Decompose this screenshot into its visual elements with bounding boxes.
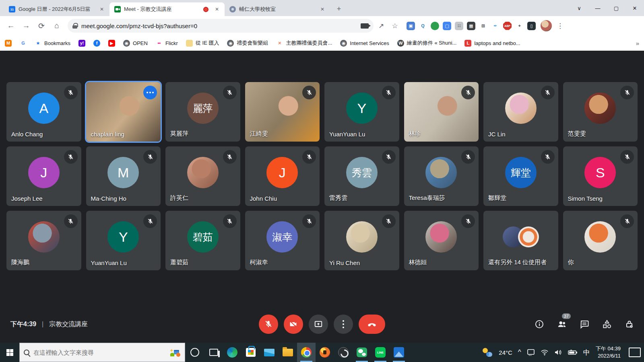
battery-icon[interactable] xyxy=(568,350,578,355)
reader-mode-extension-icon[interactable]: ▯ xyxy=(527,22,536,30)
camera-toggle-button[interactable] xyxy=(284,315,303,334)
maximize-button[interactable]: ▢ xyxy=(607,0,625,16)
bookmark-star-button[interactable]: ☆ xyxy=(389,20,401,32)
volume-icon[interactable] xyxy=(554,349,562,356)
participant-tile[interactable]: YYuanYuan Lu xyxy=(86,211,161,270)
participant-tile[interactable]: 許英仁 xyxy=(165,146,240,206)
start-button[interactable] xyxy=(0,343,19,362)
back-button[interactable]: ← xyxy=(4,19,18,33)
bookmarks-overflow-chevron[interactable]: » xyxy=(636,40,639,47)
bookmark-item[interactable]: f xyxy=(93,40,100,47)
tab-meet[interactable]: Meet - 宗教交流講座 ✕ xyxy=(109,2,225,16)
balloon-extension-icon[interactable] xyxy=(431,22,439,30)
participant-tile[interactable]: 碧茹蕭碧茹 xyxy=(165,211,240,270)
bookmark-item[interactable]: W繪畫的條件 « Shuni... xyxy=(397,39,457,47)
bookmark-item[interactable]: G xyxy=(20,40,27,47)
four-squares-extension-icon[interactable]: ⊞ xyxy=(479,22,487,30)
tab-fju[interactable]: 輔仁大學校牧室 ✕ xyxy=(225,2,330,16)
participant-tile[interactable]: AAnlo Chang xyxy=(6,82,81,142)
tab-close-icon[interactable]: ✕ xyxy=(319,6,326,13)
bookmark-item[interactable]: 從 IE 匯入 xyxy=(186,39,219,47)
bookmark-item[interactable]: ★Bookmarks xyxy=(35,40,70,47)
home-button[interactable]: ⌂ xyxy=(50,19,64,33)
participants-button[interactable]: 37 xyxy=(556,319,568,330)
leave-call-button[interactable] xyxy=(359,315,385,334)
participant-tile[interactable]: Yi Ru Chen xyxy=(324,211,399,270)
zoom-search-extension-icon[interactable]: Q xyxy=(419,22,427,30)
bookmark-item[interactable]: y! xyxy=(78,40,85,47)
taskbar-app-store[interactable] xyxy=(242,343,260,362)
participant-tile[interactable]: 江綺雯 xyxy=(245,82,320,142)
participant-tile[interactable]: 麗萍莫麗萍 xyxy=(165,82,240,142)
bookmark-item[interactable]: ▶ xyxy=(108,40,115,47)
table-grid-extension-icon[interactable]: ▦ xyxy=(467,22,475,30)
taskbar-search[interactable] xyxy=(19,343,185,362)
bookmark-item[interactable]: ◉禮委會聖樂組 xyxy=(227,39,268,47)
puzzle-extensions-menu-icon[interactable]: ✦ xyxy=(515,22,524,30)
share-button[interactable]: ↗ xyxy=(375,20,387,32)
bookmark-item[interactable]: M xyxy=(5,40,12,47)
participant-tile[interactable]: SSimon Tseng xyxy=(563,146,638,206)
participant-tile[interactable]: 林珍 xyxy=(404,82,479,142)
minimize-button[interactable]: — xyxy=(588,0,607,16)
participant-tile[interactable]: JJohn Chiu xyxy=(245,146,320,206)
participant-tile[interactable]: 秀雲雷秀雲 xyxy=(324,146,399,206)
meeting-details-button[interactable] xyxy=(534,319,545,330)
participant-tile[interactable]: JJoseph Lee xyxy=(6,146,81,206)
adblock-plus-extension-icon[interactable]: ABP xyxy=(503,22,512,30)
taskbar-app-chrome[interactable] xyxy=(297,343,316,362)
chat-button[interactable] xyxy=(579,319,590,330)
mic-toggle-button[interactable] xyxy=(259,315,278,334)
forward-button[interactable]: → xyxy=(19,19,33,33)
activities-button[interactable] xyxy=(601,319,613,330)
taskbar-app-edge[interactable] xyxy=(223,343,242,362)
people-grid-extension-icon[interactable]: ∷ xyxy=(455,22,463,30)
cortana-button[interactable] xyxy=(185,343,204,362)
participant-tile[interactable]: Teresa泰瑞莎 xyxy=(404,146,479,206)
taskbar-app-explorer[interactable] xyxy=(279,343,297,362)
taskbar-app-firefox[interactable] xyxy=(316,343,334,362)
taskbar-clock[interactable]: 下午 04:39 2022/6/11 xyxy=(596,345,621,359)
weather-icon[interactable] xyxy=(483,348,493,357)
search-input[interactable] xyxy=(33,349,165,356)
host-controls-button[interactable] xyxy=(624,319,635,330)
bookmark-item[interactable]: ••Flickr xyxy=(156,40,178,47)
bookmark-item[interactable]: ◉OPEN xyxy=(123,40,148,47)
new-tab-button[interactable]: + xyxy=(333,3,345,14)
participant-tile[interactable]: MMa-Ching Ho xyxy=(86,146,161,206)
weather-temperature[interactable]: 24°C xyxy=(499,349,512,356)
participant-tile[interactable]: JC Lin xyxy=(483,82,558,142)
reload-button[interactable]: ⟳ xyxy=(35,19,48,33)
participant-tile[interactable]: 陳海鵬 xyxy=(6,211,81,270)
taskbar-app-task-view[interactable] xyxy=(204,343,223,362)
close-button[interactable]: ✕ xyxy=(625,0,644,16)
browser-profile-avatar[interactable] xyxy=(541,20,552,31)
taskbar-app-line[interactable]: LINE xyxy=(371,343,390,362)
action-center-button[interactable] xyxy=(629,348,641,357)
present-screen-button[interactable] xyxy=(309,315,328,334)
bookmark-item[interactable]: ✕主教團禮儀委員會... xyxy=(276,39,332,47)
search-highlight-icon[interactable] xyxy=(169,348,181,357)
taskbar-app-mail[interactable] xyxy=(260,343,279,362)
feather-extension-icon[interactable]: ✒ xyxy=(491,22,500,30)
ime-indicator[interactable]: 中 xyxy=(583,348,590,357)
chrome-menu-button[interactable]: ⋮ xyxy=(553,22,567,30)
bookmark-item[interactable]: Llaptops and netbo... xyxy=(464,40,520,47)
participant-tile[interactable]: 輝堂鄒輝堂 xyxy=(483,146,558,206)
participant-tile[interactable]: 還有另外 14 位使用者 xyxy=(483,211,558,270)
more-options-button[interactable] xyxy=(334,315,353,334)
tab-close-icon[interactable]: ✕ xyxy=(213,6,221,13)
participant-tile[interactable]: 你 xyxy=(563,211,638,270)
taskbar-app-obs[interactable] xyxy=(334,343,353,362)
participant-tile[interactable]: 林德姮 xyxy=(404,211,479,270)
taskbar-app-photos[interactable] xyxy=(390,343,408,362)
camera-in-use-icon[interactable] xyxy=(361,23,369,29)
participant-tile[interactable]: 淑幸柯淑幸 xyxy=(245,211,320,270)
tab-close-icon[interactable]: ✕ xyxy=(98,6,105,13)
tile-options-button[interactable] xyxy=(143,86,157,99)
address-bar[interactable]: meet.google.com/pmz-tcvd-bjs?authuser=0 xyxy=(68,19,374,33)
screen-cast-icon[interactable] xyxy=(527,349,535,356)
bookmark-item[interactable]: ◉Internet Services xyxy=(340,40,389,47)
photo-viewer-extension-icon[interactable]: ▣ xyxy=(407,22,415,30)
tab-search-chevron-icon[interactable]: ∨ xyxy=(570,0,588,16)
